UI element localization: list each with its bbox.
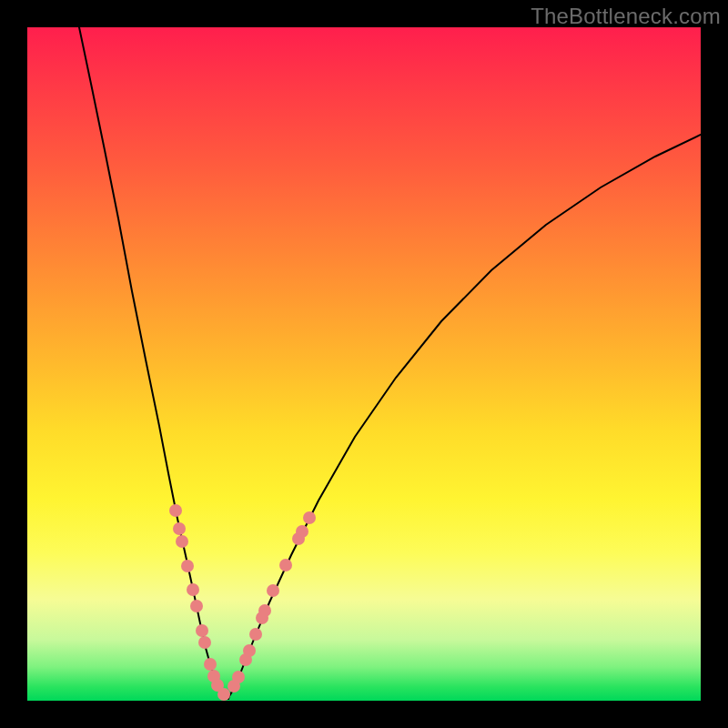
- bead-left-8: [204, 658, 217, 671]
- chart-svg: [27, 27, 701, 701]
- bead-right-11: [303, 511, 316, 524]
- beads-right-group: [228, 511, 316, 693]
- watermark-text: TheBottleneck.com: [531, 4, 721, 29]
- bead-left-11: [217, 688, 230, 701]
- bead-right-1: [232, 671, 245, 683]
- bead-left-7: [198, 636, 211, 649]
- curve-right: [228, 135, 701, 699]
- bead-left-6: [196, 624, 208, 637]
- bead-right-7: [267, 584, 279, 597]
- bead-left-2: [176, 535, 188, 548]
- bead-right-6: [258, 604, 271, 617]
- bead-right-4: [249, 628, 262, 641]
- bead-right-8: [279, 559, 292, 571]
- plot-area: [27, 27, 701, 701]
- chart-frame: TheBottleneck.com: [0, 0, 728, 728]
- bead-left-1: [173, 522, 186, 535]
- beads-left-group: [169, 504, 230, 701]
- curve-left: [79, 27, 228, 699]
- bead-right-3: [243, 644, 256, 657]
- bead-left-3: [181, 560, 194, 572]
- bead-left-5: [190, 600, 203, 612]
- bead-left-4: [187, 583, 199, 596]
- bead-left-0: [169, 504, 182, 517]
- bead-right-10: [296, 525, 308, 538]
